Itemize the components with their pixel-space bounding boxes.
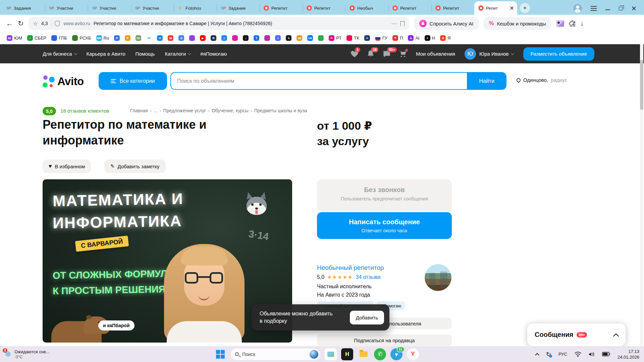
bookmark-item[interactable]: F — [125, 35, 130, 41]
bookmark-item[interactable]: ☂ П — [392, 35, 403, 41]
browser-tab[interactable]: Репетит — [303, 1, 345, 15]
bookmark-item[interactable]: R — [211, 35, 216, 41]
bookmark-item[interactable]: ♪ — [243, 35, 249, 41]
browser-tab[interactable]: Задания — [2, 1, 45, 15]
bookmark-item[interactable]: ✦ — [286, 35, 291, 41]
messages-panel[interactable]: Сообщения 99+ — [527, 323, 626, 346]
chevron-up-icon[interactable] — [613, 333, 619, 339]
breadcrumb-item[interactable]: Предметы школы и вуза — [254, 108, 309, 113]
new-tab-button[interactable]: + — [520, 3, 530, 13]
client-reviews-link[interactable]: 18 отзывов клиентов — [60, 108, 109, 114]
find-button[interactable]: Найти — [467, 72, 506, 90]
bookmark-item[interactable]: ok — [297, 35, 302, 41]
notifications-bell-icon[interactable]: 18 — [366, 50, 375, 58]
bookmark-item[interactable]: f — [254, 35, 259, 41]
cart-icon[interactable] — [398, 50, 407, 58]
nav-link[interactable]: Помощь — [136, 51, 155, 57]
browser-tab[interactable]: Задание — [217, 1, 260, 15]
messages-chat-icon[interactable]: 99+ — [382, 50, 391, 58]
my-ads-link[interactable]: Мои объявления — [416, 51, 455, 57]
downloads-icon[interactable]: ↓ — [580, 19, 584, 27]
site-rating-star-icon[interactable]: ☆ — [33, 20, 38, 27]
all-categories-button[interactable]: Все категории — [99, 72, 167, 90]
photos-app-icon[interactable] — [325, 348, 337, 360]
window-restore-button[interactable] — [619, 7, 623, 10]
bookmark-item[interactable]: т — [275, 35, 281, 41]
wallpaper-extension-icon[interactable] — [556, 20, 564, 27]
breadcrumb-item[interactable]: ... — [154, 108, 161, 113]
bookmark-item[interactable]: SF — [136, 35, 141, 41]
omnibox-more-icon[interactable]: ⋯ — [391, 20, 397, 27]
bookmark-item[interactable]: Ю ЮМ — [7, 35, 22, 41]
bookmark-item[interactable]: ✦ — [364, 35, 370, 41]
browser-tab[interactable]: Репетит — [260, 1, 303, 15]
location-selector[interactable]: Одинцово, радиус — [517, 77, 567, 83]
tab-close-icon[interactable] — [509, 5, 515, 11]
add-note-button[interactable]: ✎ Добавить заметку — [104, 160, 166, 173]
breadcrumb-item[interactable]: Предложение услуг — [163, 108, 210, 113]
language-indicator[interactable]: РУС — [558, 352, 567, 357]
bookmark-item[interactable]: ibb Ru — [96, 35, 109, 41]
nav-link[interactable]: Каталоги — [165, 51, 190, 57]
bookmark-item[interactable] — [232, 35, 238, 41]
search-input[interactable] — [170, 72, 467, 90]
bookmark-item[interactable]: ТК — [346, 35, 359, 41]
bookmark-item[interactable]: ▶ — [200, 35, 206, 41]
scrollbar-thumb[interactable] — [640, 60, 643, 110]
browser-tab[interactable]: Участни — [45, 1, 88, 15]
bookmark-item[interactable] — [264, 35, 270, 41]
bookmark-item[interactable]: M — [168, 35, 173, 41]
bookmark-item[interactable]: ☺ — [221, 35, 227, 41]
favorite-button[interactable]: ♥ В избранном — [43, 160, 91, 173]
browser-tab[interactable]: Репетит — [431, 1, 474, 15]
browser-tab[interactable]: Необыч — [345, 1, 388, 15]
bookmark-item[interactable] — [318, 35, 324, 41]
sync-tray-icon[interactable]: ↻ — [546, 351, 551, 358]
battery-icon[interactable] — [602, 352, 610, 356]
volume-icon[interactable] — [589, 352, 595, 357]
bookmark-item[interactable] — [189, 35, 195, 41]
wifi-icon[interactable] — [575, 352, 581, 357]
bookmark-item[interactable]: G — [178, 35, 184, 41]
tray-chevron-up-icon[interactable] — [535, 353, 539, 357]
breadcrumb-item[interactable]: Обучение, курсы — [212, 108, 252, 113]
security-shield-icon[interactable] — [55, 20, 60, 26]
yandex-browser-icon[interactable]: Y — [407, 348, 419, 360]
bookmark-item[interactable]: P РТ — [329, 35, 341, 41]
browser-menu-icon[interactable] — [591, 6, 597, 11]
bookmark-item[interactable]: ГПБ — [51, 35, 67, 41]
browser-profile-avatar[interactable] — [573, 4, 582, 13]
hh-app-icon[interactable]: H — [341, 348, 353, 360]
avito-logo[interactable]: Avito — [43, 75, 84, 88]
window-close-button[interactable] — [631, 6, 637, 11]
browser-tab[interactable]: Репетит — [388, 1, 431, 15]
seller-avatar[interactable] — [425, 264, 451, 291]
cashback-button[interactable]: % Кешбэк и промокоды — [483, 17, 551, 30]
bookmark-item[interactable]: P — [114, 35, 120, 41]
bookmark-item[interactable]: ✉ — [157, 35, 163, 41]
telegram-icon[interactable]: 51 — [390, 348, 402, 360]
extensions-puzzle-icon[interactable] — [569, 20, 576, 27]
bookmark-item[interactable]: Я Я — [440, 35, 450, 41]
taskbar-search[interactable]: Поиск — [230, 348, 320, 360]
taskbar-weather-widget[interactable]: ❄ 3 Ожидаются сне... -3°C — [0, 349, 54, 359]
alice-ai-button[interactable]: Спросить Алису AI — [414, 17, 479, 30]
browser-tab[interactable]: Репет — [474, 1, 517, 15]
bookmark-item[interactable]: ✓ СБЕР — [27, 35, 46, 41]
seller-name-link[interactable]: Необычный репетитор — [317, 264, 384, 272]
bookmark-item[interactable]: A AI — [408, 35, 419, 41]
bookmark-item[interactable]: SP — [146, 35, 152, 41]
back-button[interactable]: ← — [6, 19, 13, 27]
breadcrumb-item[interactable]: Главная — [130, 108, 152, 113]
bookmark-item[interactable]: + Н — [425, 35, 435, 41]
browser-tab[interactable]: Fotohos — [174, 1, 217, 15]
nav-link[interactable]: #яПомогаю — [200, 51, 227, 57]
bookmark-item[interactable]: РСХБ — [72, 35, 91, 41]
user-menu[interactable]: Ю Юра Иванов — [465, 48, 513, 60]
toast-add-button[interactable]: Добавить — [350, 311, 384, 324]
file-explorer-icon[interactable] — [358, 348, 370, 360]
start-button[interactable] — [215, 349, 226, 360]
taskbar-clock[interactable]: 17:13 24.01.2026 — [618, 349, 639, 360]
browser-tab[interactable]: Участни — [88, 1, 131, 15]
subscribe-seller-row[interactable]: Подписаться на продавца — [317, 335, 452, 346]
